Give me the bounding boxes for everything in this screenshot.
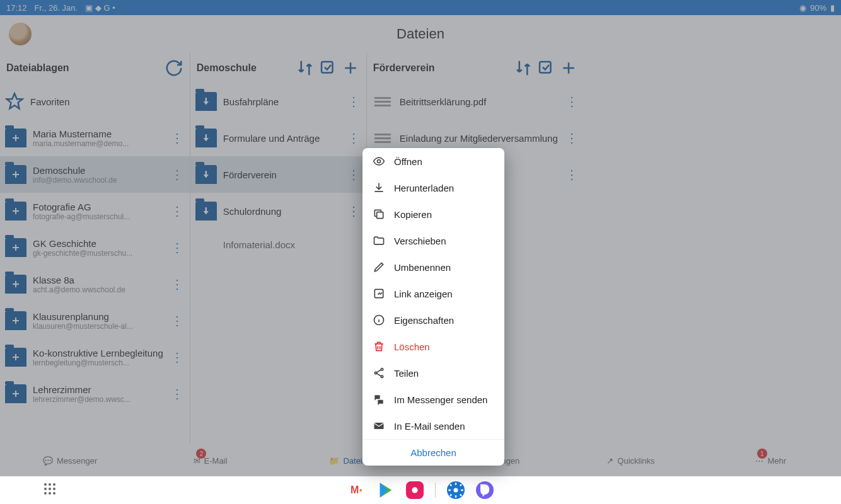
- nav-messenger[interactable]: 💬 Messenger: [0, 445, 140, 476]
- nav-mehr[interactable]: 1 ⋯ Mehr: [701, 445, 841, 476]
- settings-icon[interactable]: [447, 481, 465, 499]
- file-name: Einladung zur Mitgliederversammlung: [400, 133, 558, 144]
- storage-name: Ko-konstruktive Lernbegleitung: [33, 348, 163, 358]
- svg-point-3: [453, 488, 458, 493]
- nav-icon: ↗: [606, 456, 613, 466]
- more-icon[interactable]: ⋮: [170, 130, 185, 146]
- folder-download-icon: [195, 92, 217, 111]
- menu-mail[interactable]: In E-Mail senden: [362, 413, 504, 439]
- storage-name: Maria Mustername: [33, 129, 163, 139]
- storage-sub: lernbegleitung@mustersch...: [33, 358, 163, 367]
- more-icon[interactable]: ⋮: [346, 94, 361, 109]
- folder-download-icon: [195, 165, 217, 184]
- app-drawer-icon[interactable]: [44, 483, 58, 497]
- storage-row[interactable]: GK Geschichte gk-geschichte@musterschu..…: [0, 229, 190, 266]
- battery-icon: ▮: [830, 3, 835, 13]
- more-icon[interactable]: ⋮: [170, 350, 185, 365]
- android-statusbar: 17:12 Fr., 26. Jan. ▣ ◆ G • ◉ 90% ▮: [0, 0, 841, 15]
- storage-row[interactable]: Maria Mustername maria.mustername@demo..…: [0, 120, 190, 156]
- menu-pencil[interactable]: Umbenennen: [362, 254, 504, 280]
- menu-info[interactable]: Eigenschaften: [362, 307, 504, 333]
- svg-point-4: [378, 160, 381, 163]
- file-row[interactable]: Infomaterial.docx: [190, 229, 366, 260]
- more-icon[interactable]: ⋮: [564, 167, 579, 182]
- svg-rect-11: [374, 423, 384, 429]
- cancel-button[interactable]: Abbrechen: [362, 439, 504, 466]
- play-icon[interactable]: [377, 481, 395, 499]
- info-icon: [373, 314, 385, 326]
- menu-download[interactable]: Herunterladen: [362, 175, 504, 201]
- menu-label: Umbenennen: [394, 262, 451, 273]
- storage-sub: fotografie-ag@musterschul...: [33, 212, 163, 221]
- folder-row[interactable]: Busfahrpläne ⋮: [190, 83, 366, 120]
- mail-icon: [373, 420, 385, 432]
- menu-copy[interactable]: Kopieren: [362, 201, 504, 227]
- chat-icon: [373, 393, 385, 406]
- storage-row[interactable]: Lehrerzimmer lehrerzimmer@demo.wwsc... ⋮: [0, 375, 190, 412]
- gmail-icon[interactable]: M●: [348, 481, 366, 499]
- add-icon[interactable]: [559, 59, 578, 77]
- folder-icon: [5, 129, 26, 147]
- folder-row[interactable]: Förderverein ⋮: [190, 156, 366, 193]
- storage-sub: info@demo.wwschool.de: [33, 176, 163, 185]
- file-row[interactable]: Beitrittserklärung.pdf ⋮: [367, 83, 584, 120]
- more-icon[interactable]: ⋮: [564, 94, 579, 109]
- menu-label: Herunterladen: [394, 183, 454, 193]
- favorites-row[interactable]: Favoriten: [0, 83, 190, 120]
- more-icon[interactable]: ⋮: [346, 130, 361, 146]
- nav-quicklinks[interactable]: ↗ Quicklinks: [560, 445, 700, 476]
- add-icon[interactable]: [341, 59, 360, 77]
- status-time: 17:12: [6, 3, 27, 13]
- menu-folder[interactable]: Verschieben: [362, 227, 504, 254]
- more-icon[interactable]: ⋮: [170, 386, 185, 401]
- context-menu: Öffnen Herunterladen Kopieren Verschiebe…: [362, 148, 504, 466]
- share-icon: [373, 367, 385, 379]
- trash-icon: [373, 340, 385, 353]
- more-icon[interactable]: ⋮: [170, 313, 185, 328]
- viber-icon[interactable]: [476, 481, 494, 499]
- sort-icon[interactable]: [514, 59, 533, 77]
- status-date: Fr., 26. Jan.: [35, 3, 78, 13]
- page-title: Dateien: [397, 26, 444, 42]
- sort-icon[interactable]: [296, 59, 315, 77]
- more-icon[interactable]: ⋮: [170, 240, 185, 255]
- select-icon[interactable]: [536, 59, 555, 77]
- menu-eye[interactable]: Öffnen: [362, 148, 504, 175]
- camera-icon[interactable]: [406, 481, 424, 499]
- nav-label: Messenger: [57, 456, 97, 466]
- storage-sub: acht.a@demo.wwschool.de: [33, 285, 163, 294]
- storage-sub: lehrerzimmer@demo.wwsc...: [33, 395, 163, 404]
- more-icon[interactable]: ⋮: [170, 277, 185, 292]
- nav-e-mail[interactable]: 2 ✉ E-Mail: [140, 445, 280, 476]
- avatar[interactable]: [9, 23, 32, 45]
- menu-label: Im Messenger senden: [394, 394, 487, 405]
- more-icon[interactable]: ⋮: [564, 130, 579, 146]
- folder-name: Schulordnung: [223, 206, 340, 217]
- menu-chat[interactable]: Im Messenger senden: [362, 386, 504, 413]
- folder-row[interactable]: Formulare und Anträge ⋮: [190, 120, 366, 156]
- menu-share[interactable]: Teilen: [362, 360, 504, 386]
- select-icon[interactable]: [318, 59, 337, 77]
- file-name: Infomaterial.docx: [223, 239, 361, 250]
- storage-sub: gk-geschichte@musterschu...: [33, 249, 163, 258]
- storage-row[interactable]: Ko-konstruktive Lernbegleitung lernbegle…: [0, 339, 190, 375]
- more-icon[interactable]: ⋮: [346, 167, 361, 182]
- storage-row[interactable]: Klasse 8a acht.a@demo.wwschool.de ⋮: [0, 266, 190, 302]
- col1-title: Dateiablagen: [6, 62, 161, 74]
- storage-name: Demoschule: [33, 165, 163, 176]
- svg-point-10: [381, 375, 383, 377]
- folder-row[interactable]: Schulordnung ⋮: [190, 193, 366, 229]
- more-icon[interactable]: ⋮: [346, 203, 361, 219]
- refresh-icon[interactable]: [165, 59, 183, 77]
- more-icon[interactable]: ⋮: [170, 167, 185, 182]
- nav-icon: 💬: [43, 456, 53, 466]
- eye-icon: [373, 155, 385, 168]
- folder-name: Formulare und Anträge: [223, 133, 340, 144]
- svg-rect-0: [322, 62, 333, 73]
- storage-row[interactable]: Demoschule info@demo.wwschool.de ⋮: [0, 156, 190, 193]
- more-icon[interactable]: ⋮: [170, 203, 185, 219]
- menu-trash[interactable]: Löschen: [362, 333, 504, 360]
- menu-link[interactable]: Link anzeigen: [362, 280, 504, 307]
- storage-row[interactable]: Fotografie AG fotografie-ag@musterschul.…: [0, 193, 190, 229]
- storage-row[interactable]: Klausurenplanung klausuren@musterschule-…: [0, 302, 190, 339]
